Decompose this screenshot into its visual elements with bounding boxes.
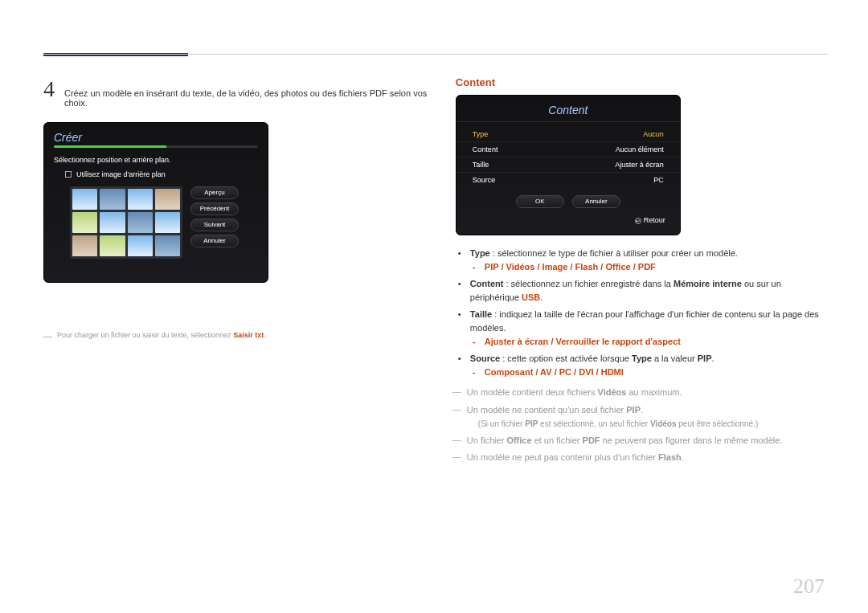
bullet-content: Content : sélectionnez un fichier enregi… [456,277,828,304]
row-type[interactable]: Type Aucun [457,127,680,142]
bullet-taille: Taille : indiquez la taille de l'écran p… [456,308,828,349]
apercu-button[interactable]: Aperçu [190,186,239,199]
footnote-prefix: Pour charger un fichier ou saisir du tex… [57,331,233,339]
bg-checkbox-row[interactable]: Utilisez image d'arrière plan [65,170,258,178]
sub-source-options: Composant / AV / PC / DVI / HDMI [470,366,828,379]
precedent-button[interactable]: Précédent [190,202,239,215]
row-content[interactable]: Content Aucun élément [457,142,680,157]
row-value: PC [653,176,664,184]
row-value: Ajuster à écran [615,161,664,169]
thumb[interactable] [155,189,180,210]
sub-taille-options: Ajuster à écran / Verrouiller le rapport… [470,335,828,349]
bullet-source: Source : cette option est activée lorsqu… [456,352,828,379]
annuler-button[interactable]: Annuler [572,195,620,208]
t: Un fichier [467,435,507,445]
thumbnail-grid[interactable] [70,186,182,259]
page-number: 207 [793,574,825,599]
retour-label: Retour [644,216,665,224]
page-columns: 4 Créez un modèle en insérant du texte, … [43,76,828,468]
t: au maximum. [626,387,682,397]
bold: Type [470,248,490,258]
note-2: Un modèle ne contient qu'un seul fichier… [456,403,828,431]
pip: PIP [698,353,712,363]
content-panel-title: Content [457,104,679,122]
dash-icon: ― [43,331,52,341]
ok-button[interactable]: OK [516,195,564,208]
t: peut être sélectionné.) [676,419,758,428]
thumb[interactable] [100,212,125,233]
row-label: Source [473,176,496,184]
b: PIP [525,419,538,428]
note-4: Un modèle ne peut pas contenir plus d'un… [456,451,828,465]
step-row: 4 Créez un modèle en insérant du texte, … [43,76,432,108]
note-1: Un modèle contient deux fichiers Vidéos … [456,386,828,400]
thumb[interactable] [128,235,153,256]
bg-checkbox-label: Utilisez image d'arrière plan [76,170,166,178]
row-source[interactable]: Source PC [457,173,680,187]
thumb[interactable] [128,189,153,210]
bullet-type: Type : sélectionnez le type de fichier à… [456,247,828,274]
retour-hint: ↩Retour [457,208,680,224]
row-value: Aucun [643,130,664,138]
t: et un fichier [532,435,583,445]
t: . [682,452,684,462]
checkbox-icon [65,171,72,178]
t: Un modèle ne peut pas contenir plus d'un… [467,452,658,462]
sub-type-options: PIP / Vidéos / Image / Flash / Office / … [470,260,828,274]
b: PIP [626,405,641,415]
creer-button-stack: Aperçu Précédent Suivant Annuler [190,186,239,259]
t: a la valeur [652,353,698,363]
row-label: Content [473,145,498,153]
annuler-button[interactable]: Annuler [190,235,239,247]
row-label: Type [473,130,489,138]
step-number: 4 [43,76,55,102]
note-3: Un fichier Office et un fichier PDF ne p… [456,434,828,448]
thumb[interactable] [128,212,153,233]
mem: Mémoire interne [674,279,742,288]
t: . [540,292,542,302]
header-rule [43,54,828,55]
b: PDF [583,435,600,445]
thumb[interactable] [155,235,180,256]
t: . [641,405,643,415]
t: Un modèle contient deux fichiers [467,387,598,397]
type: Type [632,353,652,363]
bold: Content [470,279,504,288]
b: Vidéos [650,419,677,428]
content-heading: Content [456,76,828,88]
row-label: Taille [473,161,489,169]
creer-panel: Créer Sélectionnez position et arrière p… [43,122,268,283]
thumb[interactable] [72,235,97,256]
footnote-suffix: . [264,331,266,339]
t: est sélectionné, un seul fichier [538,419,650,428]
t: (Si un fichier [478,419,525,428]
creer-body: Aperçu Précédent Suivant Annuler [54,186,258,259]
t: Un modèle ne contient qu'un seul fichier [467,405,626,415]
b: Flash [658,452,682,462]
content-rows: Type Aucun Content Aucun élément Taille … [457,122,680,192]
content-bullets: Type : sélectionnez le type de fichier à… [456,247,828,379]
return-icon: ↩ [635,218,641,224]
suivant-button[interactable]: Suivant [190,219,239,231]
thumb[interactable] [100,189,125,210]
t: ne peuvent pas figurer dans le même modè… [600,435,783,445]
thumb[interactable] [72,189,97,210]
row-taille[interactable]: Taille Ajuster à écran [457,157,680,173]
t: : sélectionnez un fichier enregistré dan… [503,279,674,288]
creer-title: Créer [54,131,258,144]
thumb[interactable] [155,212,180,233]
content-notes: Un modèle contient deux fichiers Vidéos … [456,386,828,464]
step-text: Créez un modèle en insérant du texte, de… [64,88,432,108]
thumb[interactable] [72,212,97,233]
content-panel-buttons: OK Annuler [457,195,680,208]
usb: USB [522,292,540,302]
text: : sélectionnez le type de fichier à util… [490,248,738,258]
footnote-accent: Saisir txt [233,331,264,339]
creer-instruction: Sélectionnez position et arrière plan. [54,156,258,164]
left-column: 4 Créez un modèle en insérant du texte, … [43,76,432,468]
progress-bar [54,145,258,148]
t: . [712,353,714,363]
thumb[interactable] [100,235,125,256]
footnote-text: Pour charger un fichier ou saisir du tex… [57,331,266,341]
progress-fill [54,145,166,148]
